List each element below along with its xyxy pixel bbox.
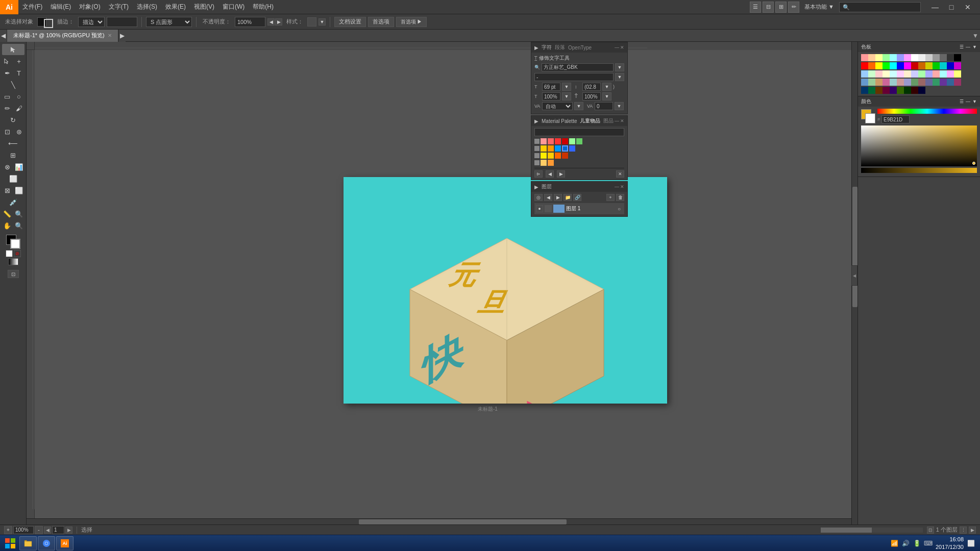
stroke-value-input[interactable] — [107, 17, 137, 27]
menu-object[interactable]: 对象(O) — [75, 0, 104, 14]
mat-swatch[interactable] — [541, 153, 547, 159]
line-height-input[interactable] — [582, 83, 601, 91]
color-swatch[interactable] — [883, 62, 890, 69]
hue-slider[interactable] — [877, 109, 977, 114]
font-dropdown-btn[interactable]: ▼ — [615, 63, 624, 71]
color-swatch[interactable] — [940, 70, 947, 78]
hex-input[interactable] — [881, 115, 910, 123]
char-panel-collapse[interactable]: ▶ — [534, 45, 538, 51]
width-tool[interactable]: ⟵ — [2, 138, 24, 149]
view-icon[interactable]: ⊟ — [763, 2, 774, 13]
color-swatch[interactable] — [861, 62, 868, 69]
mat-swatch[interactable] — [576, 138, 582, 144]
measure-tool[interactable]: 📏 — [2, 208, 13, 219]
color-swatch[interactable] — [904, 62, 911, 69]
type-tool-small[interactable]: T — [13, 67, 24, 79]
font-search-input[interactable] — [542, 63, 614, 71]
status-layers-btn[interactable]: ⊡ — [927, 527, 934, 534]
color-swatch[interactable] — [890, 62, 897, 69]
color-swatch[interactable] — [911, 87, 918, 94]
search-input[interactable] — [839, 2, 921, 12]
color-swatch[interactable] — [925, 62, 933, 69]
font-size-input[interactable] — [542, 83, 560, 91]
color-swatch[interactable] — [925, 79, 933, 86]
artboard-tool[interactable]: ⬜ — [2, 173, 24, 184]
scale-v-input[interactable] — [582, 92, 601, 101]
minimize-button[interactable]: — — [927, 0, 943, 14]
char-panel-tab-opentype[interactable]: OpenType — [568, 45, 592, 51]
color-swatch[interactable] — [890, 70, 897, 78]
color-swatch[interactable] — [861, 87, 868, 94]
layers-folder-btn[interactable]: 📁 — [564, 194, 572, 201]
color-swatch[interactable] — [861, 79, 868, 86]
color-swatch[interactable] — [954, 54, 961, 61]
mat-swatch[interactable] — [562, 138, 568, 144]
zoom-input[interactable] — [13, 526, 34, 534]
rect-tool[interactable]: ▭ — [2, 91, 13, 102]
systray-battery[interactable]: 🔋 — [913, 539, 921, 547]
line-tool[interactable]: ╲ — [2, 79, 24, 90]
layers-delete-btn[interactable]: 🗑 — [616, 194, 624, 201]
color-swatch[interactable] — [925, 54, 933, 61]
eraser-tool[interactable]: ⬜ — [13, 185, 24, 196]
char-panel-close[interactable]: ✕ — [620, 45, 624, 50]
color-swatch[interactable] — [933, 70, 940, 78]
selection-tool[interactable] — [2, 44, 24, 55]
style-swatch[interactable] — [307, 17, 316, 27]
color-swatch[interactable] — [918, 62, 925, 69]
extra-options-btn[interactable]: 首选项 ▶ — [396, 17, 427, 27]
mat-nav-next[interactable]: ▶ — [557, 170, 565, 178]
color-swatch[interactable] — [897, 54, 904, 61]
menu-text[interactable]: 文字(T) — [105, 0, 133, 14]
eyedropper-tool[interactable]: 💉 — [2, 196, 24, 208]
color-swatch[interactable] — [918, 70, 925, 78]
color-swatch[interactable] — [911, 54, 918, 61]
layers-prev-btn[interactable]: ◀ — [544, 194, 552, 201]
system-clock[interactable]: 16:08 2017/12/30 — [936, 536, 964, 550]
color-swatch[interactable] — [904, 79, 911, 86]
color-swatch[interactable] — [868, 79, 875, 86]
font-style-input[interactable] — [534, 73, 614, 81]
color-swatch[interactable] — [875, 79, 883, 86]
ellipse-tool[interactable]: ○ — [13, 91, 24, 102]
menu-help[interactable]: 帮助(H) — [249, 0, 278, 14]
color-swatch[interactable] — [904, 87, 911, 94]
taskbar-illustrator[interactable]: Ai — [56, 536, 74, 550]
mat-tab-items[interactable]: 图品 — [603, 117, 614, 124]
warp-tool[interactable]: ⊛ — [13, 126, 24, 137]
brightness-slider[interactable] — [861, 168, 977, 173]
color-swatch[interactable] — [947, 62, 954, 69]
char-panel-tab-para[interactable]: 段落 — [555, 44, 565, 51]
color-swatch[interactable] — [868, 87, 875, 94]
v-scroll-thumb[interactable] — [852, 187, 857, 308]
color-swatch[interactable] — [883, 87, 890, 94]
color-swatch[interactable] — [861, 54, 868, 61]
mat-swatch[interactable] — [569, 145, 575, 152]
slice-tool[interactable]: ⊠ — [2, 185, 13, 196]
scale-h-dropdown[interactable]: ▼ — [562, 92, 571, 101]
gradient-btn[interactable] — [8, 258, 18, 265]
color-swatch[interactable] — [890, 54, 897, 61]
mat-tab-children[interactable]: 儿童物品 — [580, 117, 600, 124]
color-swatch[interactable] — [918, 87, 925, 94]
taskbar-chrome[interactable] — [38, 536, 55, 550]
color-minimize-btn[interactable]: — — [966, 99, 970, 104]
color-swatch[interactable] — [883, 54, 890, 61]
tracking-dropdown[interactable]: ▼ — [574, 102, 583, 110]
mat-swatch[interactable] — [548, 160, 554, 166]
preferences-btn[interactable]: 首选项 — [368, 17, 394, 27]
direct-selection-tool[interactable] — [2, 56, 13, 67]
color-swatch[interactable] — [911, 79, 918, 86]
color-swatch[interactable] — [890, 87, 897, 94]
close-button[interactable]: ✕ — [960, 0, 976, 14]
pen-tool[interactable]: ✒ — [2, 67, 13, 79]
bg-color-box[interactable] — [865, 113, 875, 123]
mat-nav-close[interactable]: ✕ — [616, 170, 624, 178]
color-swatch[interactable] — [875, 62, 883, 69]
opacity-up-btn[interactable]: ▶ — [275, 18, 282, 26]
swatches-panel-header[interactable]: 色板 ☰ — ▼ — [858, 42, 980, 52]
tab-close-btn[interactable]: ✕ — [108, 33, 112, 38]
zoom-tool-icon[interactable]: 🔍 — [13, 208, 24, 219]
mat-swatch[interactable] — [548, 153, 554, 159]
layers-locate-btn[interactable]: ◎ — [534, 194, 543, 201]
